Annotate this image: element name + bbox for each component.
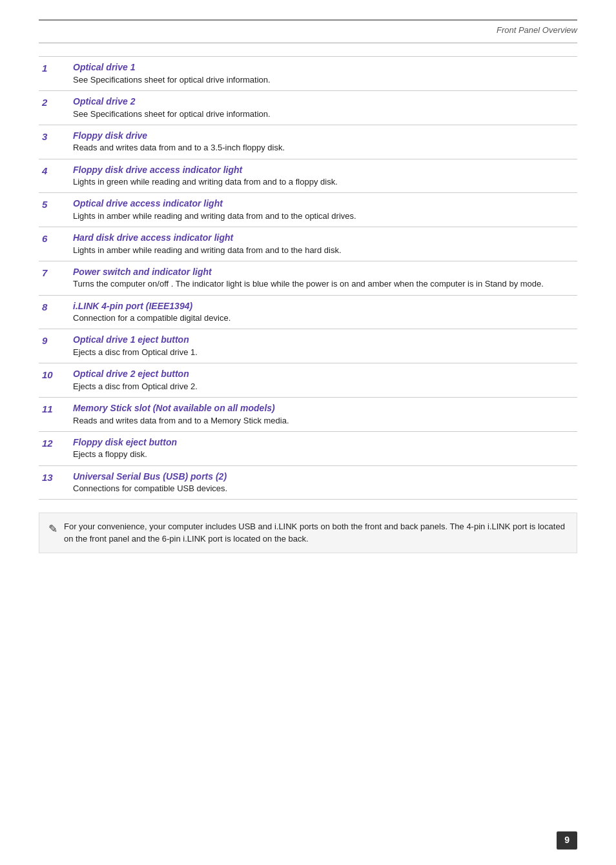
item-number: 12 — [39, 431, 70, 465]
item-title: Universal Serial Bus (USB) ports (2) — [73, 471, 574, 483]
item-title: Hard disk drive access indicator light — [73, 232, 574, 245]
item-desc: See Specifications sheet for optical dri… — [73, 108, 574, 120]
item-desc: Ejects a floppy disk. — [73, 449, 574, 460]
item-title: i.LINK 4-pin port (IEEE1394) — [73, 300, 574, 313]
item-content: Floppy disk driveReads and writes data f… — [70, 125, 577, 159]
item-content: i.LINK 4-pin port (IEEE1394)Connection f… — [70, 295, 577, 329]
item-number: 2 — [39, 90, 70, 125]
top-border — [39, 19, 577, 21]
item-desc: See Specifications sheet for optical dri… — [73, 74, 574, 86]
item-content: Floppy disk eject buttonEjects a floppy … — [70, 431, 577, 465]
page: Front Panel Overview 1Optical drive 1See… — [0, 0, 616, 865]
table-row: 4Floppy disk drive access indicator ligh… — [39, 159, 577, 193]
item-title: Optical drive 1 eject button — [73, 334, 574, 347]
table-row: 5Optical drive access indicator lightLig… — [39, 193, 577, 227]
item-title: Optical drive 1 — [73, 61, 574, 74]
table-row: 10Optical drive 2 eject buttonEjects a d… — [39, 363, 577, 398]
item-content: Power switch and indicator lightTurns th… — [70, 261, 577, 295]
table-row: 11Memory Stick slot (Not available on al… — [39, 398, 577, 432]
item-desc: Lights in green while reading and writin… — [73, 176, 574, 188]
item-content: Optical drive 2 eject buttonEjects a dis… — [70, 363, 577, 398]
note-text: For your convenience, your computer incl… — [64, 521, 566, 544]
page-number: 9 — [564, 835, 570, 845]
item-content: Floppy disk drive access indicator light… — [70, 159, 577, 193]
item-number: 4 — [39, 159, 70, 193]
item-title: Floppy disk drive — [73, 130, 574, 143]
item-content: Hard disk drive access indicator lightLi… — [70, 227, 577, 261]
item-title: Optical drive 2 eject button — [73, 368, 574, 381]
item-number: 9 — [39, 329, 70, 363]
note-box: ✎ For your convenience, your computer in… — [39, 513, 577, 553]
item-content: Optical drive 2See Specifications sheet … — [70, 90, 577, 125]
item-desc: Connections for compatible USB devices. — [73, 483, 574, 494]
item-number: 3 — [39, 125, 70, 159]
item-content: Optical drive 1 eject buttonEjects a dis… — [70, 329, 577, 363]
item-number: 5 — [39, 193, 70, 227]
item-title: Optical drive 2 — [73, 96, 574, 108]
table-row: 2Optical drive 2See Specifications sheet… — [39, 90, 577, 125]
item-number: 8 — [39, 295, 70, 329]
table-row: 13Universal Serial Bus (USB) ports (2)Co… — [39, 465, 577, 500]
item-number: 10 — [39, 363, 70, 398]
item-desc: Ejects a disc from Optical drive 1. — [73, 347, 574, 358]
table-row: 8i.LINK 4-pin port (IEEE1394)Connection … — [39, 295, 577, 329]
table-row: 9Optical drive 1 eject buttonEjects a di… — [39, 329, 577, 363]
item-desc: Connection for a compatible digital devi… — [73, 312, 574, 324]
page-header: Front Panel Overview — [39, 25, 577, 43]
page-footer: 9 — [557, 831, 577, 850]
table-row: 6Hard disk drive access indicator lightL… — [39, 227, 577, 261]
item-title: Floppy disk eject button — [73, 436, 574, 449]
item-desc: Turns the computer on/off . The indicato… — [73, 278, 574, 290]
table-row: 12Floppy disk eject buttonEjects a flopp… — [39, 431, 577, 465]
item-content: Universal Serial Bus (USB) ports (2)Conn… — [70, 465, 577, 500]
item-number: 1 — [39, 57, 70, 91]
item-desc: Reads and writes data from and to a Memo… — [73, 415, 574, 427]
table-row: 1Optical drive 1See Specifications sheet… — [39, 57, 577, 91]
table-row: 7Power switch and indicator lightTurns t… — [39, 261, 577, 295]
item-desc: Reads and writes data from and to a 3.5-… — [73, 142, 574, 154]
item-title: Optical drive access indicator light — [73, 198, 574, 210]
item-desc: Lights in amber while reading and writin… — [73, 210, 574, 222]
header-title: Front Panel Overview — [497, 25, 577, 35]
item-content: Optical drive access indicator lightLigh… — [70, 193, 577, 227]
item-number: 11 — [39, 398, 70, 432]
item-title: Power switch and indicator light — [73, 266, 574, 279]
item-number: 6 — [39, 227, 70, 261]
item-title: Floppy disk drive access indicator light — [73, 164, 574, 177]
item-number: 13 — [39, 465, 70, 500]
item-title: Memory Stick slot (Not available on all … — [73, 402, 574, 415]
item-desc: Lights in amber while reading and writin… — [73, 245, 574, 256]
note-icon: ✎ — [48, 522, 57, 537]
table-row: 3Floppy disk driveReads and writes data … — [39, 125, 577, 159]
item-desc: Ejects a disc from Optical drive 2. — [73, 381, 574, 392]
item-content: Memory Stick slot (Not available on all … — [70, 398, 577, 432]
item-number: 7 — [39, 261, 70, 295]
items-table: 1Optical drive 1See Specifications sheet… — [39, 56, 577, 500]
item-content: Optical drive 1See Specifications sheet … — [70, 57, 577, 91]
